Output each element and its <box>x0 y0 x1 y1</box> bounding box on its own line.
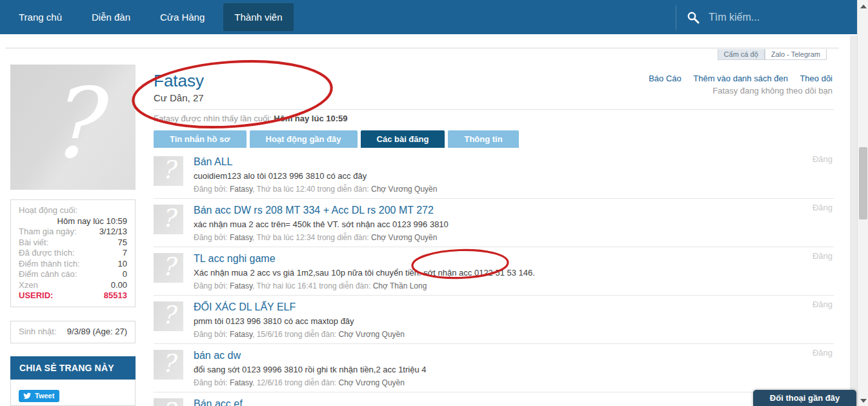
post-snippet: pmm tôi 0123 996 3810 có acc maxtop đây <box>194 316 834 327</box>
stat-value: 0 <box>123 269 127 280</box>
share-page-header: CHIA SẺ TRANG NÀY <box>10 356 136 380</box>
scrollbar-down-arrow-icon[interactable] <box>860 399 867 403</box>
vertical-scrollbar[interactable] <box>857 0 868 406</box>
stat-row: Điểm cảnh cáo: 0 <box>19 269 127 280</box>
post-meta: Đăng bởi: Fatasy, 15/6/16 trong diễn đàn… <box>194 330 834 339</box>
post-row: ? ĐỔI XÁC DL LẤY ELF pmm tôi 0123 996 38… <box>154 296 834 344</box>
stat-value: Hôm nay lúc 10:59 <box>19 216 127 227</box>
post-meta: Đăng bởi: Fatasy, Thứ ba lúc 12:34 trong… <box>194 233 834 242</box>
post-avatar[interactable]: ? <box>154 301 183 331</box>
follow-status-note: Fatasy đang không theo dõi bạn <box>640 86 833 96</box>
post-action-label[interactable]: Đăng <box>812 154 833 164</box>
report-link[interactable]: Báo Cáo <box>649 74 681 83</box>
tab-profile-posts[interactable]: Tin nhắn hồ sơ <box>154 130 247 148</box>
post-row: ? TL acc nghi game Xác nhận mua 2 acc vs… <box>154 247 834 296</box>
recent-conversations-button[interactable]: Đối thoại gần đây <box>753 390 856 406</box>
post-author-link[interactable]: Fatasy <box>230 185 252 194</box>
post-action-label[interactable]: Đăng <box>812 348 833 358</box>
post-meta-date: , Thứ hai lúc 16:41 trong diễn đàn: <box>252 281 373 290</box>
nav-item-forums[interactable]: Diễn đàn <box>81 3 141 31</box>
badge-cam-ca-do[interactable]: Cấm cá độ <box>718 49 765 60</box>
profile-badges: Cấm cá độ Zalo - Telegram <box>718 49 827 60</box>
post-meta-prefix: Đăng bởi: <box>194 330 230 339</box>
question-mark-avatar-glyph: ? <box>47 75 99 172</box>
post-meta: Đăng bởi: Fatasy, 12/6/16 trong diễn đàn… <box>194 378 834 387</box>
nav-item-home[interactable]: Trang chủ <box>8 3 73 31</box>
post-title-link[interactable]: bán ac dw <box>194 349 834 362</box>
post-meta-prefix: Đăng bởi: <box>194 185 230 194</box>
stat-value: 7 <box>123 248 127 259</box>
post-forum-link[interactable]: Chợ Thần Long <box>373 281 427 290</box>
nav-item-members[interactable]: Thành viên <box>223 3 293 31</box>
post-author-link[interactable]: Fatasy <box>230 330 252 339</box>
scrollbar-thumb[interactable] <box>859 147 867 219</box>
last-seen-label: Fatasy được nhìn thấy lần cuối: <box>154 114 272 123</box>
post-forum-link[interactable]: Chợ Vương Quyền <box>371 233 438 242</box>
stat-label: Điểm cảnh cáo: <box>19 269 77 280</box>
post-meta: Đăng bởi: Fatasy, Thứ hai lúc 16:41 tron… <box>194 281 834 290</box>
page-gutter <box>850 36 857 406</box>
post-meta-date: , 12/6/16 trong diễn đàn: <box>252 378 338 387</box>
post-row: ? Bán acc ef <box>154 392 834 406</box>
posts-list: ? Bán ALL cuoidiem123 alo tôi 0123 996 3… <box>154 150 834 406</box>
post-meta-date: , Thứ ba lúc 12:34 trong diễn đàn: <box>252 233 371 242</box>
post-title-link[interactable]: TL acc nghi game <box>194 252 834 265</box>
search-area[interactable]: Tìm kiếm... <box>676 0 844 34</box>
badge-zalo-telegram[interactable]: Zalo - Telegram <box>765 49 827 60</box>
share-page-body: Tweet <box>10 380 136 406</box>
search-input[interactable]: Tìm kiếm... <box>709 12 844 23</box>
tab-information[interactable]: Thông tin <box>448 130 518 148</box>
post-title-link[interactable]: Bán ALL <box>194 156 834 168</box>
stat-row: Bài viết: 75 <box>19 238 127 249</box>
post-action-label[interactable]: Đăng <box>812 299 833 309</box>
post-forum-link[interactable]: Chợ Vương Quyền <box>371 185 438 194</box>
nav-item-store[interactable]: Cửa Hàng <box>149 3 216 31</box>
tab-postings[interactable]: Các bài đăng <box>361 130 445 148</box>
post-forum-link[interactable]: Chợ Vương Quyền <box>338 330 405 339</box>
post-author-link[interactable]: Fatasy <box>230 233 252 242</box>
post-meta-prefix: Đăng bởi: <box>194 378 230 387</box>
post-avatar[interactable]: ? <box>154 253 183 283</box>
scrollbar-up-arrow-icon[interactable] <box>860 5 867 8</box>
stat-label: Tham gia ngày: <box>19 227 77 238</box>
post-avatar[interactable]: ? <box>154 398 183 406</box>
tweet-button-label: Tweet <box>35 392 54 400</box>
post-avatar[interactable]: ? <box>154 156 183 186</box>
follow-link[interactable]: Theo dõi <box>800 74 833 83</box>
search-icon <box>687 11 700 24</box>
profile-avatar[interactable]: ? <box>10 65 136 190</box>
post-action-label[interactable]: Đăng <box>812 251 833 261</box>
post-title-link[interactable]: ĐỔI XÁC DL LẤY ELF <box>194 301 834 314</box>
stat-value: 10 <box>118 259 127 270</box>
profile-tabs: Tin nhắn hồ sơ Hoạt động gần đây Các bài… <box>154 130 834 148</box>
post-author-link[interactable]: Fatasy <box>230 378 252 387</box>
stat-label: Điểm thành tích: <box>19 259 80 270</box>
tweet-button[interactable]: Tweet <box>19 390 59 402</box>
post-forum-link[interactable]: Chợ Vương Quyền <box>338 378 405 387</box>
post-title-link[interactable]: Bán acc DW rs 208 MT 334 + Acc DL rs 200… <box>194 204 834 217</box>
profile-actions: Báo Cáo Thêm vào danh sách đen Theo dõi … <box>640 72 833 96</box>
post-meta-prefix: Đăng bởi: <box>194 281 230 290</box>
stat-label: Hoạt động cuối: <box>19 205 77 215</box>
stat-label: Xzen <box>19 280 38 291</box>
post-avatar[interactable]: ? <box>154 350 183 380</box>
question-mark-avatar-glyph: ? <box>162 254 175 279</box>
post-snippet: đổi sang sớt 0123 9996 3810 rồi ghi tk n… <box>194 365 834 375</box>
question-mark-avatar-glyph: ? <box>162 206 175 230</box>
post-author-link[interactable]: Fatasy <box>230 281 252 290</box>
post-title-link[interactable]: Bán acc ef <box>194 398 834 406</box>
post-action-label[interactable]: Đăng <box>812 203 833 212</box>
ignore-link[interactable]: Thêm vào danh sách đen <box>693 74 788 83</box>
tab-recent-activity[interactable]: Hoạt động gần đây <box>250 130 358 148</box>
stat-label: USERID: <box>19 290 53 301</box>
post-row: ? bán ac dw đổi sang sớt 0123 9996 3810 … <box>154 344 834 392</box>
stat-label: Đã được thích: <box>19 248 75 259</box>
breadcrumb-bar <box>5 36 839 48</box>
birthday-label: Sinh nhật: <box>19 327 57 338</box>
post-avatar[interactable]: ? <box>154 205 183 234</box>
post-meta: Đăng bởi: Fatasy, Thứ ba lúc 12:40 trong… <box>194 185 834 194</box>
birthday-panel: Sinh nhật: 9/3/89 (Age: 27) <box>10 321 136 343</box>
stat-value: 0.00 <box>111 280 127 291</box>
stat-row: USERID: 85513 <box>19 290 127 301</box>
twitter-bird-icon <box>23 392 32 400</box>
